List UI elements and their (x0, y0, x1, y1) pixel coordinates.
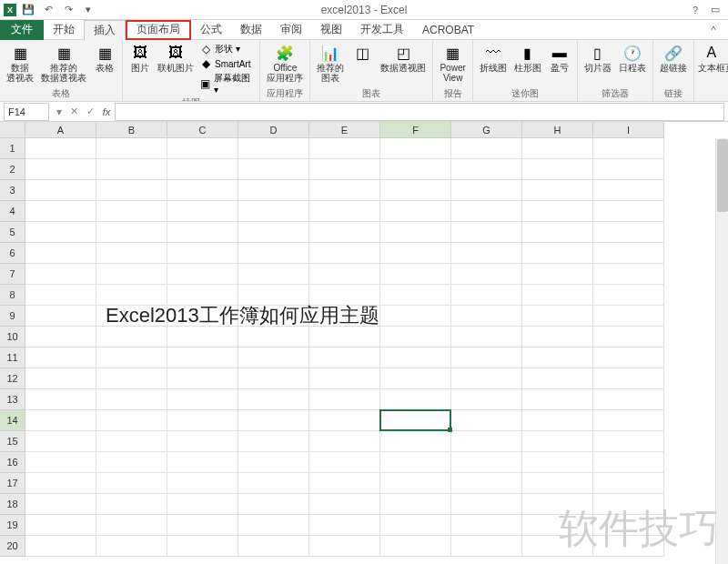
select-all-corner[interactable] (0, 122, 25, 138)
cancel-formula-icon[interactable]: ✕ (66, 106, 82, 117)
cell[interactable] (238, 515, 309, 536)
cell[interactable] (380, 327, 451, 347)
cell[interactable] (522, 327, 593, 347)
cell[interactable] (309, 389, 380, 410)
cell[interactable] (309, 159, 380, 180)
cell[interactable] (522, 515, 593, 536)
col-header-F[interactable]: F (380, 122, 451, 138)
cell[interactable] (167, 515, 238, 536)
row-header-8[interactable]: 8 (0, 285, 25, 306)
cell[interactable] (522, 347, 593, 368)
cell[interactable] (167, 368, 238, 389)
cell[interactable] (167, 389, 238, 410)
cell[interactable] (25, 201, 96, 222)
qat-undo-button[interactable]: ↶ (40, 2, 56, 18)
cell[interactable] (25, 159, 96, 180)
cell[interactable] (309, 515, 380, 536)
row-header-7[interactable]: 7 (0, 264, 25, 285)
name-box[interactable]: F14 (4, 103, 49, 121)
cell[interactable] (380, 347, 451, 368)
ribbon-btn-表格[interactable]: ▦表格 (91, 42, 118, 86)
cell[interactable] (96, 536, 167, 557)
cell[interactable] (25, 138, 96, 159)
cell[interactable] (25, 306, 96, 327)
cell[interactable] (522, 285, 593, 306)
ribbon-btn-联机图片[interactable]: 🖼联机图片 (156, 42, 195, 96)
qat-customize-dropdown[interactable]: ▾ (80, 2, 96, 18)
cell[interactable] (451, 389, 522, 410)
cell[interactable] (309, 201, 380, 222)
cell[interactable] (451, 159, 522, 180)
ribbon-btn-超链接[interactable]: 🔗超链接 (657, 42, 690, 86)
cell[interactable] (451, 222, 522, 243)
cell[interactable] (593, 264, 664, 285)
cell[interactable] (96, 138, 167, 159)
col-header-I[interactable]: I (593, 122, 664, 138)
col-header-B[interactable]: B (96, 122, 167, 138)
row-header-4[interactable]: 4 (0, 201, 25, 222)
cell[interactable] (238, 410, 309, 431)
cell[interactable] (25, 368, 96, 389)
cell[interactable] (25, 536, 96, 557)
cell[interactable] (380, 431, 451, 452)
cell[interactable] (167, 201, 238, 222)
cell[interactable] (593, 201, 664, 222)
help-button[interactable]: ? (686, 3, 704, 17)
cell[interactable] (238, 452, 309, 473)
row-header-15[interactable]: 15 (0, 431, 25, 452)
collapse-ribbon-icon[interactable]: ^ (704, 23, 723, 37)
cell[interactable] (522, 494, 593, 515)
tab-审阅[interactable]: 审阅 (271, 20, 311, 40)
cell[interactable] (380, 410, 451, 431)
cell[interactable] (380, 138, 451, 159)
cell[interactable] (522, 536, 593, 557)
cell[interactable] (238, 201, 309, 222)
col-header-C[interactable]: C (167, 122, 238, 138)
row-header-10[interactable]: 10 (0, 327, 25, 347)
cell[interactable] (238, 389, 309, 410)
cell[interactable] (238, 138, 309, 159)
cell[interactable] (451, 180, 522, 201)
row-header-14[interactable]: 14 (0, 410, 25, 431)
cell[interactable] (309, 180, 380, 201)
ribbon-btn-图片[interactable]: 🖼图片 (126, 42, 154, 96)
cell[interactable] (451, 515, 522, 536)
cell[interactable] (96, 368, 167, 389)
cell[interactable] (451, 347, 522, 368)
cell[interactable] (522, 368, 593, 389)
tab-公式[interactable]: 公式 (191, 20, 231, 40)
cell[interactable] (522, 389, 593, 410)
cell[interactable] (451, 201, 522, 222)
col-header-D[interactable]: D (238, 122, 309, 138)
cell[interactable] (96, 473, 167, 494)
cell[interactable] (593, 306, 664, 327)
row-header-20[interactable]: 20 (0, 536, 25, 557)
tab-页面布局[interactable]: 页面布局 (126, 20, 191, 40)
ribbon-display-options[interactable]: ▭ (706, 3, 724, 17)
cell[interactable] (167, 138, 238, 159)
cell[interactable] (522, 264, 593, 285)
cell[interactable] (522, 243, 593, 264)
cell[interactable] (522, 473, 593, 494)
cell[interactable] (238, 536, 309, 557)
cell[interactable] (96, 264, 167, 285)
cell[interactable] (238, 180, 309, 201)
cell[interactable] (25, 473, 96, 494)
cell[interactable] (25, 347, 96, 368)
cell[interactable] (522, 431, 593, 452)
cell[interactable] (380, 515, 451, 536)
cell[interactable] (25, 180, 96, 201)
cell[interactable] (167, 243, 238, 264)
cell[interactable] (451, 473, 522, 494)
cell[interactable] (167, 159, 238, 180)
cell[interactable] (309, 138, 380, 159)
cell[interactable] (593, 536, 664, 557)
row-header-16[interactable]: 16 (0, 452, 25, 473)
cell[interactable] (309, 243, 380, 264)
cell[interactable] (380, 180, 451, 201)
cell[interactable] (380, 494, 451, 515)
cell[interactable] (522, 180, 593, 201)
ribbon-btn-数据透视图[interactable]: ◰数据透视图 (378, 42, 429, 86)
cell[interactable] (96, 431, 167, 452)
cell[interactable] (238, 368, 309, 389)
